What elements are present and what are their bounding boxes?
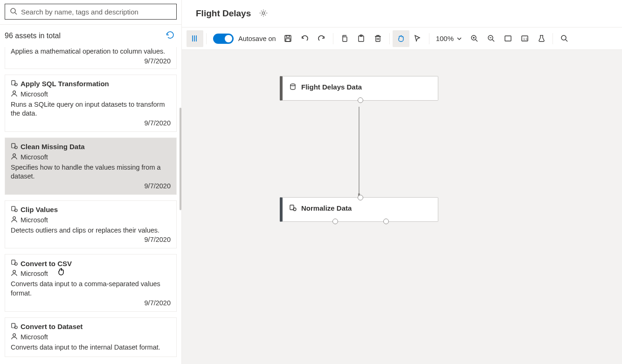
svg-point-0: [11, 8, 15, 13]
autosave-label: Autosave on: [238, 35, 276, 42]
asset-author: Microsoft: [21, 153, 48, 161]
asset-title: Apply SQL Transformation: [21, 80, 109, 88]
asset-date: 9/7/2020: [11, 236, 171, 243]
asset-author: Microsoft: [21, 90, 48, 98]
svg-line-36: [492, 40, 494, 41]
svg-point-13: [13, 270, 16, 273]
pan-button[interactable]: [393, 30, 409, 47]
paste-button[interactable]: [353, 30, 370, 47]
copy-button[interactable]: [336, 30, 353, 47]
asset-description: Runs a SQLite query on input datasets to…: [11, 100, 171, 118]
refresh-button[interactable]: [166, 30, 175, 41]
pipeline-canvas[interactable]: Flight Delays Data Normalize Data: [182, 50, 622, 364]
svg-rect-23: [286, 39, 290, 41]
asset-author: Microsoft: [21, 216, 48, 224]
module-icon: [11, 206, 18, 214]
output-port[interactable]: [358, 97, 363, 103]
svg-rect-25: [359, 36, 364, 41]
node-title: Flight Delays Data: [301, 83, 362, 91]
asset-title: Convert to Dataset: [21, 323, 83, 330]
toolbar: Autosave on 100% 1:1: [182, 27, 622, 50]
zoom-out-button[interactable]: [483, 30, 499, 47]
module-icon: [289, 204, 297, 213]
svg-point-16: [13, 333, 16, 336]
asset-card[interactable]: Convert to Dataset Microsoft Converts da…: [5, 317, 177, 357]
assets-count: 96 assets in total: [5, 32, 61, 40]
asset-panel: 96 assets in total Applies a mathematica…: [0, 0, 182, 364]
search-box[interactable]: [5, 4, 177, 20]
svg-rect-38: [505, 36, 511, 41]
zoom-level[interactable]: 100%: [432, 34, 466, 42]
asset-author: Microsoft: [21, 270, 48, 277]
canvas-search-button[interactable]: [556, 30, 573, 47]
svg-rect-24: [343, 37, 347, 41]
asset-card[interactable]: Convert to CSV Microsoft Converts data i…: [5, 254, 177, 311]
delete-button[interactable]: [370, 30, 387, 47]
autosave-toggle[interactable]: [213, 34, 234, 44]
svg-rect-22: [286, 35, 290, 37]
module-icon: [11, 259, 18, 268]
pipeline-node[interactable]: Normalize Data: [280, 197, 438, 222]
asset-card[interactable]: Applies a mathematical operation to colu…: [5, 47, 177, 69]
asset-description: Specifies how to handle the values missi…: [11, 163, 171, 181]
redo-button[interactable]: [313, 30, 330, 47]
asset-title: Clean Missing Data: [21, 143, 85, 151]
pipeline-node[interactable]: Flight Delays Data: [280, 76, 438, 101]
asset-card[interactable]: Clean Missing Data Microsoft Specifies h…: [5, 137, 177, 195]
chevron-down-icon: [456, 36, 462, 41]
node-title: Normalize Data: [301, 204, 352, 212]
asset-title: Convert to CSV: [21, 260, 72, 268]
undo-button[interactable]: [297, 30, 313, 47]
asset-description: Detects outliers and clips or replaces t…: [11, 226, 171, 235]
person-icon: [11, 333, 18, 341]
svg-line-43: [566, 40, 567, 41]
save-button[interactable]: [280, 30, 297, 47]
page-title: Flight Delays: [196, 8, 251, 19]
output-port[interactable]: [383, 219, 389, 224]
select-button[interactable]: [409, 30, 426, 47]
svg-point-7: [13, 154, 16, 157]
asset-date: 9/7/2020: [11, 119, 171, 127]
svg-line-32: [476, 40, 477, 41]
module-icon: [11, 143, 18, 151]
search-input[interactable]: [21, 8, 172, 16]
svg-point-10: [13, 217, 16, 220]
dataset-icon: [289, 83, 297, 92]
svg-line-1: [15, 13, 17, 14]
svg-text:1:1: 1:1: [523, 37, 528, 41]
person-icon: [11, 153, 18, 161]
asset-date: 9/7/2020: [11, 57, 171, 65]
asset-date: 9/7/2020: [11, 182, 171, 190]
actual-size-button[interactable]: 1:1: [516, 30, 533, 47]
zoom-in-button[interactable]: [466, 30, 483, 47]
svg-point-17: [263, 12, 265, 14]
svg-rect-27: [376, 36, 380, 41]
module-icon: [11, 323, 18, 331]
output-port[interactable]: [332, 219, 338, 224]
module-icon: [11, 80, 18, 88]
asset-title: Clip Values: [21, 206, 58, 213]
svg-point-4: [13, 90, 16, 93]
asset-card[interactable]: Clip Values Microsoft Detects outliers a…: [5, 200, 177, 249]
asset-description: Converts data input to the internal Data…: [11, 343, 171, 352]
person-icon: [11, 216, 18, 224]
search-icon: [10, 7, 17, 16]
panel-toggle-button[interactable]: [187, 30, 203, 47]
asset-description: Converts data input to a comma-separated…: [11, 280, 171, 298]
input-port[interactable]: [358, 195, 363, 200]
asset-description: Applies a mathematical operation to colu…: [11, 47, 171, 56]
person-icon: [11, 90, 18, 98]
asset-card[interactable]: Apply SQL Transformation Microsoft Runs …: [5, 75, 177, 132]
settings-button[interactable]: [259, 9, 268, 19]
person-icon: [11, 269, 18, 278]
asset-date: 9/7/2020: [11, 299, 171, 307]
fit-to-screen-button[interactable]: [499, 30, 516, 47]
experiment-button[interactable]: [533, 30, 550, 47]
zoom-label: 100%: [436, 34, 454, 42]
asset-author: Microsoft: [21, 333, 48, 341]
svg-point-44: [290, 84, 295, 86]
svg-point-42: [561, 35, 566, 40]
